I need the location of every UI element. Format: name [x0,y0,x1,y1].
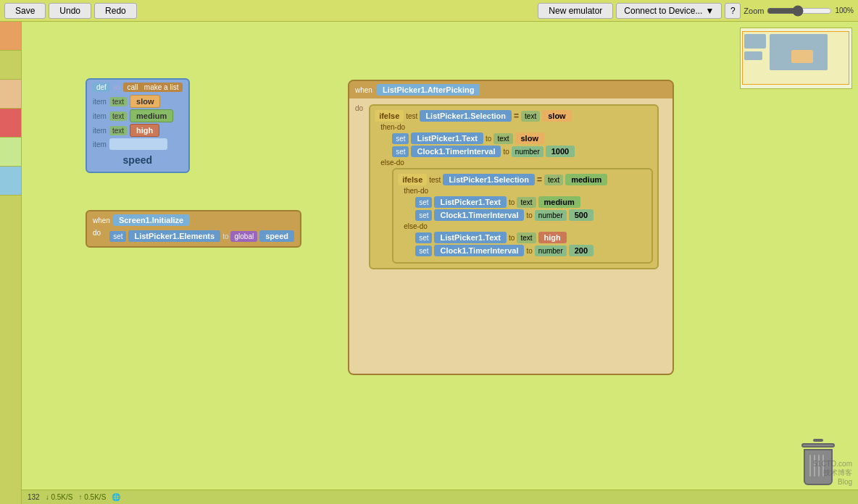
network-icon: 🌐 [112,493,120,501]
help-button[interactable]: ? [725,3,741,19]
left-sidebar-strip [0,22,22,504]
medium-val-2a: medium [538,196,580,208]
slow-val-1a: slow [515,133,544,144]
redo-button[interactable]: Redo [94,3,137,19]
then-do-2: then-do [404,187,428,195]
speed-title: speed [93,151,183,169]
page-counter: 132 [28,493,40,501]
undo-button[interactable]: Undo [49,3,91,19]
eq-2: = [537,175,542,185]
lp-selection-1: ListPicker1.Selection [420,110,512,122]
speed-var-ref: speed [259,230,294,242]
list-item-4: item [93,138,183,150]
after-picking-block: when ListPicker1.AfterPicking do ifelse [348,80,674,375]
strip-item-4 [0,109,21,138]
new-emulator-button[interactable]: New emulator [538,3,613,19]
zoom-label: Zoom [744,7,764,15]
ifelse-tag-1: ifelse [375,110,404,122]
lp-text-2a: ListPicker1.Text [434,196,507,208]
strip-item-5 [0,138,21,167]
set-tag-init: set [109,231,126,242]
strip-item-6 [0,167,21,196]
num-tag-2b: number [535,210,567,221]
screen-init-event: Screen1.Initialize [113,214,189,226]
connect-label: Connect to Device... [624,6,702,16]
global-tag: global [230,231,257,242]
strip-item-1 [0,22,21,51]
up-speed: ↑ 0.5K/S [79,493,107,501]
else-do-1: else-do [380,159,404,167]
test-tag-2: test [429,176,441,184]
toolbar: Save Undo Redo New emulator Connect to D… [0,0,858,22]
text-tag-2a: text [517,197,536,208]
set-4a: set [415,245,432,256]
do-tag: do [93,229,101,237]
watermark: 51CTO.com 技术博客 Blog [813,460,852,486]
text-tag-2: text [544,175,563,185]
minimap [740,28,852,89]
clock-timer-4a: Clock1.TimerInterval [434,245,524,256]
list-item-1: item text slow [93,95,183,108]
zoom-slider[interactable] [767,5,832,17]
clock-timer-2b: Clock1.TimerInterval [434,209,524,221]
ifelse-tag-2: ifelse [398,174,427,185]
def-tag: def [93,83,110,92]
set-3a: set [415,232,432,243]
slow-value-1: slow [542,110,571,122]
as-tag: as [113,83,121,91]
to-2b: to [526,211,532,219]
eq-1: = [514,111,519,121]
lp-text-3a: ListPicker1.Text [434,232,507,243]
speed-variable-block: def as call make a list item text slow i… [86,78,190,173]
medium-value-2: medium [565,174,607,185]
num-tag-1b: number [512,146,543,157]
then-do-1: then-do [380,123,405,131]
to-4a: to [526,247,532,255]
high-val-3a: high [538,232,567,243]
else-do-2: else-do [404,222,428,230]
to-1a: to [486,135,491,143]
set-2b: set [415,210,432,221]
num-val-1b: 1000 [546,146,575,157]
lp-text-1a: ListPicker1.Text [411,133,483,144]
text-tag-1: text [521,111,540,122]
clock-timer-1b: Clock1.TimerInterval [411,146,501,157]
num-val-4a: 200 [569,245,593,256]
set-1b: set [392,146,409,157]
lp-selection-2: ListPicker1.Selection [443,174,535,185]
when-label: when [355,86,372,94]
screen-initialize-block: when Screen1.Initialize do set ListPicke… [86,210,301,248]
connect-dropdown-icon: ▼ [705,6,714,16]
main-area: def as call make a list item text slow i… [0,22,858,504]
down-speed: ↓ 0.5K/S [46,493,73,501]
connect-device-button[interactable]: Connect to Device... ▼ [616,3,722,19]
listpicker-elements-prop: ListPicker1.Elements [128,230,220,242]
to-2a: to [509,198,515,206]
blocks-canvas[interactable]: def as call make a list item text slow i… [22,22,858,504]
status-bar: 132 ↓ 0.5K/S ↑ 0.5K/S 🌐 [22,490,858,504]
text-tag-3a: text [517,232,536,243]
when-tag: when [93,217,110,224]
num-val-2b: 500 [569,209,593,221]
to-1b: to [503,148,509,156]
test-tag-1: test [406,112,417,120]
strip-item-2 [0,51,21,80]
after-picking-event: ListPicker1.AfterPicking [377,84,480,96]
list-item-3: item text high [93,124,183,137]
list-item-2: item text medium [93,109,183,122]
do-label-ap: do [355,104,363,112]
set-2a: set [415,197,432,208]
set-1a: set [392,133,409,144]
call-tag: call make a list [123,83,182,92]
zoom-control: Zoom 100% [744,5,854,17]
zoom-percent: 100% [835,7,854,14]
save-button[interactable]: Save [4,3,46,19]
num-tag-4a: number [535,245,567,256]
to-3a: to [509,234,515,242]
text-tag-1a: text [493,133,512,144]
strip-item-3 [0,80,21,109]
